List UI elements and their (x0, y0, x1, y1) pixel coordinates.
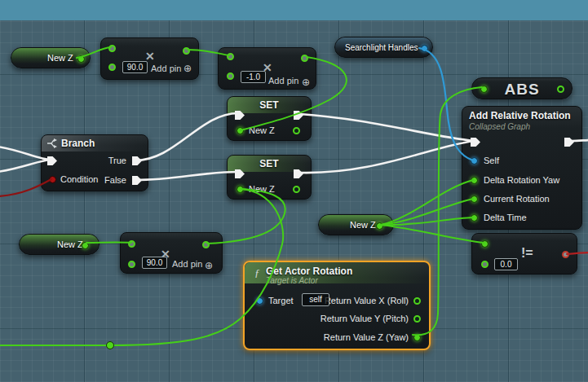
float-input-pin-b[interactable] (481, 261, 489, 268)
true-label: True (108, 156, 126, 165)
return-y-label: Return Value Y (Pitch) (321, 314, 409, 323)
node-newz-getter-bottom[interactable]: New Z (19, 234, 99, 255)
float-input-pin[interactable] (480, 86, 488, 93)
float-input-pin[interactable] (237, 127, 244, 134)
node-searchlight-handles-getter[interactable]: Searchlight Handles (334, 37, 433, 58)
float-input-pin-a[interactable] (128, 240, 135, 248)
wire-set1-arr (300, 114, 474, 141)
node-title: Get Actor Rotation (266, 266, 352, 277)
exec-false-pin[interactable] (132, 176, 142, 185)
false-label: False (104, 175, 126, 185)
pin-label-delta-time: Delta Time (484, 213, 527, 222)
float-output-pin[interactable] (301, 55, 308, 62)
object-output-pin[interactable] (421, 45, 428, 52)
pin-label-delta-rotation-yaw: Delta Rotation Yaw (484, 175, 559, 185)
float-input-pin-b[interactable] (227, 72, 234, 80)
reroute-node[interactable] (107, 342, 114, 349)
node-subtitle: Collapsed Graph (469, 122, 530, 131)
float-input-pin-a[interactable] (108, 45, 116, 52)
node-title: SET (228, 158, 311, 169)
node-multiply-neg[interactable]: ✕ -1.0 Add pin ⊕ (218, 47, 316, 90)
float-output-pin[interactable] (293, 127, 300, 134)
node-branch[interactable]: Branch Condition True False (41, 134, 148, 191)
value-input[interactable]: 0.0 (494, 258, 518, 270)
wire-newz-yaw (381, 180, 473, 225)
variable-name: Searchlight Handles (345, 43, 418, 52)
node-title: SET (228, 99, 311, 111)
node-title: Add Relative Rotation (469, 110, 571, 121)
target-value-input[interactable]: self (302, 293, 329, 306)
delta-rotation-yaw-pin[interactable] (471, 177, 478, 184)
return-y-pin[interactable] (413, 315, 421, 323)
pin-label-self: Self (484, 156, 499, 165)
wire-newz-currot (381, 199, 473, 225)
return-z-label: Return Value Z (Yaw) (324, 332, 409, 342)
node-abs[interactable]: ABS (471, 77, 573, 99)
return-z-pin[interactable] (413, 334, 421, 341)
float-output-pin[interactable] (376, 222, 383, 230)
node-newz-getter-top[interactable]: New Z (11, 47, 91, 68)
current-rotation-pin[interactable] (471, 195, 478, 203)
node-multiply-90-top[interactable]: ✕ 90.0 Add pin ⊕ (100, 37, 199, 80)
bool-condition-pin[interactable] (49, 176, 56, 183)
float-output-pin[interactable] (202, 241, 210, 248)
variable-name: New Z (47, 53, 73, 63)
wire-newz-dtime (381, 217, 473, 225)
float-input-pin-a[interactable] (227, 53, 234, 60)
float-output-pin[interactable] (183, 47, 190, 55)
node-add-relative-rotation[interactable]: Add Relative Rotation Collapsed Graph Se… (462, 106, 582, 230)
variable-name: New Z (350, 220, 376, 230)
node-title: Branch (61, 138, 95, 149)
value-input[interactable]: 90.0 (122, 61, 148, 73)
pin-label: New Z (249, 184, 275, 194)
float-input-pin-a[interactable] (481, 240, 489, 248)
bool-output-pin[interactable] (562, 251, 569, 258)
float-output-pin[interactable] (293, 186, 300, 193)
condition-label: Condition (60, 174, 98, 184)
exec-input-pin[interactable] (471, 138, 480, 147)
float-output-pin[interactable] (557, 86, 564, 93)
float-input-pin-b[interactable] (128, 261, 135, 268)
float-output-pin[interactable] (77, 55, 85, 63)
node-subtitle: Target is Actor (266, 276, 318, 285)
node-get-actor-rotation[interactable]: ƒ Get Actor Rotation Target is Actor Tar… (243, 261, 431, 350)
self-input-pin[interactable] (471, 157, 478, 165)
function-icon: ƒ (254, 266, 260, 279)
node-newz-getter-mid[interactable]: New Z (318, 214, 394, 235)
exec-output-pin[interactable] (564, 138, 574, 147)
add-pin-icon[interactable]: ⊕ (183, 64, 192, 73)
return-x-label: Return Value X (Roll) (325, 296, 409, 305)
add-pin-label[interactable]: Add pin (172, 259, 202, 269)
wire-branch-false-set2 (135, 172, 238, 180)
exec-input-pin[interactable] (47, 156, 57, 165)
node-set-bottom[interactable]: SET New Z (227, 155, 312, 200)
target-input-pin[interactable] (256, 297, 263, 305)
comment-region[interactable] (0, 0, 588, 20)
target-label: Target (268, 296, 294, 305)
node-set-top[interactable]: SET New Z (227, 96, 312, 141)
pin-label-current-rotation: Current Rotation (484, 194, 550, 204)
pin-label: New Z (249, 125, 275, 135)
wire-set2-arr (300, 141, 474, 173)
variable-name: New Z (57, 239, 83, 249)
exec-true-pin[interactable] (132, 156, 142, 165)
add-pin-label[interactable]: Add pin (268, 76, 298, 86)
wire-branch-true-set1 (135, 113, 238, 160)
node-multiply-90-bottom[interactable]: ✕ 90.0 Add pin ⊕ (120, 232, 223, 274)
float-input-pin[interactable] (237, 186, 244, 193)
node-not-equal[interactable]: 0.0 != (471, 233, 577, 274)
value-input[interactable]: 90.0 (142, 257, 167, 269)
float-input-pin-b[interactable] (108, 64, 116, 71)
add-pin-icon[interactable]: ⊕ (302, 77, 310, 87)
add-pin-icon[interactable]: ⊕ (205, 261, 213, 270)
branch-icon (46, 138, 58, 148)
return-x-pin[interactable] (413, 297, 421, 305)
value-input[interactable]: -1.0 (241, 71, 266, 83)
blueprint-graph-canvas[interactable]: New Z ✕ 90.0 Add pin ⊕ ✕ -1.0 Add pin ⊕ … (0, 0, 588, 382)
delta-time-pin[interactable] (471, 214, 478, 222)
add-pin-label[interactable]: Add pin (151, 64, 181, 73)
not-equal-operator: != (521, 246, 533, 261)
float-output-pin[interactable] (82, 242, 89, 249)
